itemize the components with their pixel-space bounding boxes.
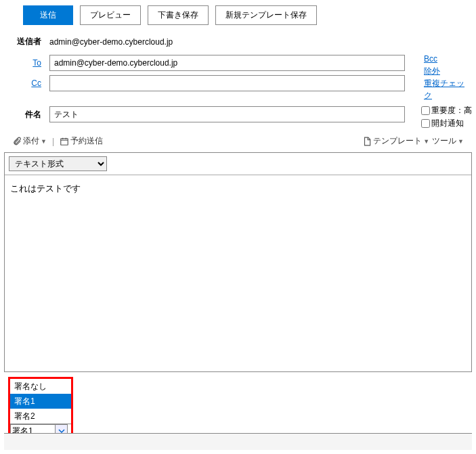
read-receipt-check[interactable]: 開封通知 xyxy=(421,117,472,130)
save-template-button[interactable]: 新規テンプレート保存 xyxy=(215,5,317,25)
chevron-down-icon: ▼ xyxy=(423,138,429,145)
sender-value: admin@cyber-demo.cybercloud.jp xyxy=(49,37,464,47)
dup-check-link[interactable]: 重複チェック xyxy=(424,77,469,101)
signature-listbox[interactable]: 署名なし 署名1 署名2 xyxy=(10,379,71,424)
calendar-icon xyxy=(60,137,69,146)
signature-option-sig2[interactable]: 署名2 xyxy=(10,409,71,424)
tool-dropdown[interactable]: ツール ▼ xyxy=(432,135,464,147)
signature-option-none[interactable]: 署名なし xyxy=(10,379,71,394)
preview-button[interactable]: プレビュー xyxy=(80,5,141,25)
cc-input[interactable] xyxy=(49,75,405,91)
to-label-link[interactable]: To xyxy=(33,58,41,68)
sender-label: 送信者 xyxy=(17,37,41,46)
signature-option-sig1[interactable]: 署名1 xyxy=(10,394,71,409)
chevron-down-icon: ▼ xyxy=(458,138,464,145)
priority-high-check[interactable]: 重要度：高 xyxy=(421,104,472,117)
to-input[interactable] xyxy=(49,55,405,71)
cc-label-link[interactable]: Cc xyxy=(31,78,41,88)
attach-button[interactable]: 添付 ▼ xyxy=(12,135,47,147)
editor-body[interactable]: これはテストです xyxy=(5,175,471,371)
document-icon xyxy=(362,137,372,146)
bcc-link[interactable]: Bcc xyxy=(424,53,469,65)
svg-rect-0 xyxy=(61,139,68,145)
save-draft-button[interactable]: 下書き保存 xyxy=(148,5,209,25)
format-select[interactable]: テキスト形式 xyxy=(9,156,107,171)
template-dropdown[interactable]: テンプレート ▼ xyxy=(362,135,429,147)
scheduled-send-button[interactable]: 予約送信 xyxy=(60,135,103,147)
subject-label: 件名 xyxy=(25,110,41,119)
exclude-link[interactable]: 除外 xyxy=(424,65,469,77)
send-button[interactable]: 送信 xyxy=(23,5,73,25)
status-bar xyxy=(4,433,472,450)
chevron-down-icon: ▼ xyxy=(41,138,47,145)
subject-input[interactable] xyxy=(49,106,405,122)
paperclip-icon xyxy=(12,137,22,146)
